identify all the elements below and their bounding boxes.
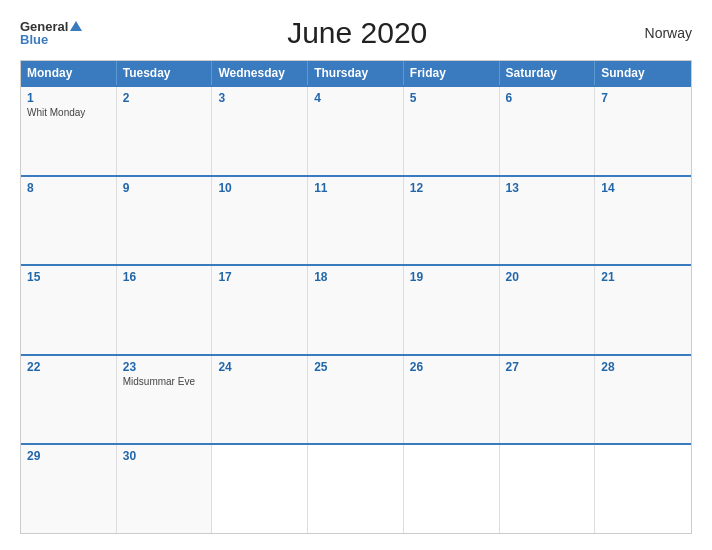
weekday-header: Monday <box>21 61 117 85</box>
day-number: 10 <box>218 181 301 195</box>
day-number: 3 <box>218 91 301 105</box>
calendar-cell: 2 <box>117 87 213 175</box>
logo-triangle-icon <box>70 21 82 31</box>
day-number: 8 <box>27 181 110 195</box>
day-number: 24 <box>218 360 301 374</box>
calendar: MondayTuesdayWednesdayThursdayFridaySatu… <box>20 60 692 534</box>
calendar-week: 891011121314 <box>21 175 691 265</box>
day-number: 27 <box>506 360 589 374</box>
calendar-cell: 14 <box>595 177 691 265</box>
calendar-body: 1Whit Monday2345678910111213141516171819… <box>21 85 691 533</box>
day-number: 23 <box>123 360 206 374</box>
calendar-cell: 22 <box>21 356 117 444</box>
day-number: 15 <box>27 270 110 284</box>
day-number: 20 <box>506 270 589 284</box>
day-number: 21 <box>601 270 685 284</box>
calendar-cell: 18 <box>308 266 404 354</box>
calendar-cell: 13 <box>500 177 596 265</box>
calendar-cell: 26 <box>404 356 500 444</box>
calendar-cell: 16 <box>117 266 213 354</box>
calendar-cell: 28 <box>595 356 691 444</box>
calendar-header: MondayTuesdayWednesdayThursdayFridaySatu… <box>21 61 691 85</box>
day-number: 11 <box>314 181 397 195</box>
weekday-header: Saturday <box>500 61 596 85</box>
weekday-header: Thursday <box>308 61 404 85</box>
calendar-cell: 20 <box>500 266 596 354</box>
calendar-cell: 19 <box>404 266 500 354</box>
logo-blue-text: Blue <box>20 33 48 46</box>
calendar-week: 2223Midsummar Eve2425262728 <box>21 354 691 444</box>
calendar-cell: 9 <box>117 177 213 265</box>
page: General Blue June 2020 Norway MondayTues… <box>0 0 712 550</box>
calendar-cell: 1Whit Monday <box>21 87 117 175</box>
day-event: Midsummar Eve <box>123 376 206 387</box>
weekday-header: Wednesday <box>212 61 308 85</box>
calendar-cell: 4 <box>308 87 404 175</box>
calendar-cell: 5 <box>404 87 500 175</box>
calendar-week: 2930 <box>21 443 691 533</box>
day-number: 18 <box>314 270 397 284</box>
day-number: 26 <box>410 360 493 374</box>
calendar-cell: 15 <box>21 266 117 354</box>
calendar-cell: 17 <box>212 266 308 354</box>
calendar-week: 1Whit Monday234567 <box>21 85 691 175</box>
header: General Blue June 2020 Norway <box>20 16 692 50</box>
calendar-cell <box>308 445 404 533</box>
day-number: 4 <box>314 91 397 105</box>
day-number: 5 <box>410 91 493 105</box>
day-number: 1 <box>27 91 110 105</box>
weekday-header: Friday <box>404 61 500 85</box>
calendar-cell: 11 <box>308 177 404 265</box>
calendar-cell: 7 <box>595 87 691 175</box>
day-number: 6 <box>506 91 589 105</box>
calendar-title: June 2020 <box>82 16 632 50</box>
day-number: 2 <box>123 91 206 105</box>
calendar-cell: 3 <box>212 87 308 175</box>
day-number: 25 <box>314 360 397 374</box>
day-number: 30 <box>123 449 206 463</box>
calendar-cell: 21 <box>595 266 691 354</box>
weekday-header: Sunday <box>595 61 691 85</box>
calendar-cell: 24 <box>212 356 308 444</box>
day-number: 12 <box>410 181 493 195</box>
day-number: 19 <box>410 270 493 284</box>
calendar-cell: 6 <box>500 87 596 175</box>
calendar-cell <box>404 445 500 533</box>
weekday-header: Tuesday <box>117 61 213 85</box>
calendar-cell <box>595 445 691 533</box>
calendar-cell: 27 <box>500 356 596 444</box>
day-event: Whit Monday <box>27 107 110 118</box>
day-number: 17 <box>218 270 301 284</box>
calendar-cell: 8 <box>21 177 117 265</box>
calendar-cell: 30 <box>117 445 213 533</box>
calendar-week: 15161718192021 <box>21 264 691 354</box>
calendar-cell: 10 <box>212 177 308 265</box>
calendar-cell: 25 <box>308 356 404 444</box>
logo: General Blue <box>20 20 82 46</box>
day-number: 22 <box>27 360 110 374</box>
day-number: 29 <box>27 449 110 463</box>
calendar-cell: 12 <box>404 177 500 265</box>
day-number: 7 <box>601 91 685 105</box>
calendar-cell: 23Midsummar Eve <box>117 356 213 444</box>
day-number: 16 <box>123 270 206 284</box>
day-number: 13 <box>506 181 589 195</box>
calendar-cell <box>212 445 308 533</box>
country-label: Norway <box>632 25 692 41</box>
calendar-cell <box>500 445 596 533</box>
day-number: 9 <box>123 181 206 195</box>
day-number: 28 <box>601 360 685 374</box>
day-number: 14 <box>601 181 685 195</box>
calendar-cell: 29 <box>21 445 117 533</box>
